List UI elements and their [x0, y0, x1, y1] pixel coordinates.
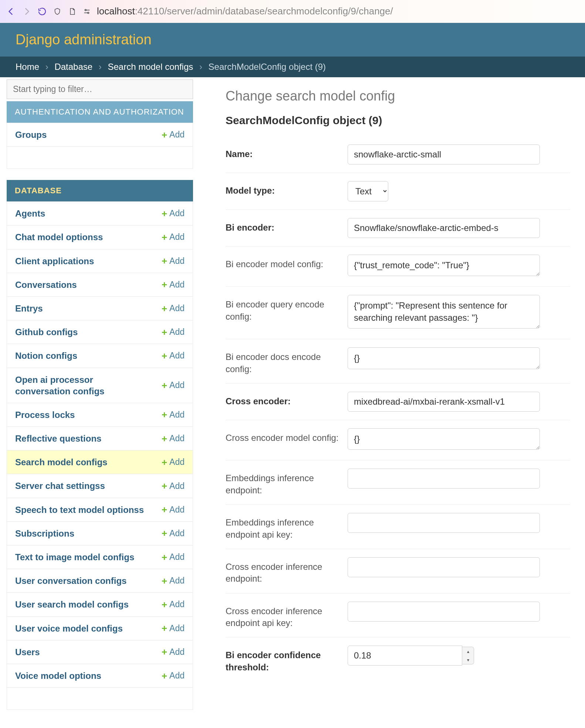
url-text[interactable]: localhost:42110/server/admin/database/se…	[97, 6, 579, 17]
chevron-down-icon[interactable]: ▾	[462, 656, 474, 664]
sidebar-item[interactable]: Groups+Add	[7, 123, 193, 146]
chevron-up-icon[interactable]: ▴	[462, 647, 474, 656]
sidebar-item-add[interactable]: +Add	[162, 433, 185, 443]
sidebar-item-label[interactable]: Text to image model configs	[15, 551, 134, 563]
sidebar-item[interactable]: Users+Add	[7, 640, 193, 664]
sidebar-item[interactable]: Process locks+Add	[7, 403, 193, 426]
sidebar-item-label[interactable]: Reflective questions	[15, 433, 101, 444]
sidebar-item-label[interactable]: User conversation configs	[15, 575, 126, 586]
sidebar-item-label[interactable]: Groups	[15, 129, 47, 140]
breadcrumb-configs[interactable]: Search model configs	[108, 62, 193, 72]
sidebar-item-add[interactable]: +Add	[162, 130, 185, 140]
sidebar-item[interactable]: Server chat settingss+Add	[7, 474, 193, 497]
label-cross-encoder-model-config: Cross encoder model config:	[226, 428, 340, 444]
input-name[interactable]	[348, 144, 540, 164]
section-header-database[interactable]: DATABASE	[7, 180, 193, 201]
sidebar-item[interactable]: Github configs+Add	[7, 320, 193, 344]
sidebar-item-label[interactable]: Process locks	[15, 409, 75, 421]
sidebar-item-add[interactable]: +Add	[162, 327, 185, 337]
textarea-cross-encoder-model-config[interactable]: {}	[348, 428, 540, 450]
input-cross-encoder-inference-endpoint-api-key[interactable]	[348, 602, 540, 622]
sidebar-item[interactable]: Agents+Add	[7, 201, 193, 225]
sidebar-item-add[interactable]: +Add	[162, 208, 185, 218]
sidebar-item-add[interactable]: +Add	[162, 505, 185, 515]
sidebar-item-label[interactable]: Agents	[15, 208, 45, 219]
sidebar-item-add[interactable]: +Add	[162, 647, 185, 657]
sidebar-item-add[interactable]: +Add	[162, 351, 185, 361]
select-model-type[interactable]: Text	[348, 181, 388, 201]
plus-icon: +	[162, 304, 167, 313]
sidebar-filter-input[interactable]	[7, 79, 193, 99]
sidebar-item-add[interactable]: +Add	[162, 528, 185, 538]
sidebar-item-label[interactable]: Open ai processor conversation configs	[15, 374, 145, 397]
sidebar-item-label[interactable]: Users	[15, 646, 40, 658]
sidebar-item[interactable]: Voice model options+Add	[7, 664, 193, 687]
sidebar-item-add[interactable]: +Add	[162, 599, 185, 609]
add-label: Add	[169, 671, 185, 681]
sidebar-item-label[interactable]: Subscriptions	[15, 528, 74, 539]
plus-icon: +	[162, 505, 167, 514]
sidebar-item-label[interactable]: Entrys	[15, 303, 43, 314]
input-bi-encoder[interactable]	[348, 218, 540, 238]
sidebar-item-label[interactable]: User search model configs	[15, 599, 129, 610]
plus-icon: +	[162, 256, 167, 266]
sidebar-item-label[interactable]: Github configs	[15, 326, 78, 338]
sidebar-item-add[interactable]: +Add	[162, 623, 185, 633]
shield-icon[interactable]	[53, 7, 62, 16]
sidebar-item[interactable]: Speech to text model optionss+Add	[7, 498, 193, 521]
sidebar-item-add[interactable]: +Add	[162, 256, 185, 266]
number-stepper[interactable]: ▴▾	[462, 647, 474, 664]
breadcrumb-home[interactable]: Home	[16, 62, 39, 72]
textarea-bi-encoder-model-config[interactable]: {"trust_remote_code": "True"}	[348, 255, 540, 276]
input-bi-encoder-confidence-threshold[interactable]	[348, 646, 462, 666]
sidebar-item-label[interactable]: Search model configs	[15, 456, 107, 468]
sidebar-item[interactable]: User voice model configs+Add	[7, 616, 193, 640]
sidebar-item[interactable]: Entrys+Add	[7, 296, 193, 320]
input-cross-encoder[interactable]	[348, 392, 540, 412]
textarea-bi-encoder-query-encode-config[interactable]: {"prompt": "Represent this sentence for …	[348, 295, 540, 329]
sidebar-item-add[interactable]: +Add	[162, 671, 185, 681]
input-embeddings-inference-endpoint-api-key[interactable]	[348, 513, 540, 533]
sidebar-item-add[interactable]: +Add	[162, 380, 185, 390]
textarea-bi-encoder-docs-encode-config[interactable]: {}	[348, 347, 540, 369]
sidebar-item[interactable]: Open ai processor conversation configs+A…	[7, 368, 193, 403]
reload-icon[interactable]	[37, 6, 47, 17]
page-icon[interactable]	[67, 7, 77, 16]
permissions-icon[interactable]	[82, 7, 92, 16]
sidebar-item-add[interactable]: +Add	[162, 576, 185, 586]
breadcrumb-database[interactable]: Database	[54, 62, 92, 72]
sidebar-item-add[interactable]: +Add	[162, 481, 185, 491]
sidebar-item-label[interactable]: Speech to text model optionss	[15, 504, 144, 516]
sidebar-item-label[interactable]: Voice model options	[15, 670, 101, 681]
sidebar-item-add[interactable]: +Add	[162, 457, 185, 467]
sidebar-item[interactable]: Text to image model configs+Add	[7, 545, 193, 569]
sidebar-item[interactable]: Reflective questions+Add	[7, 426, 193, 450]
sidebar-item-add[interactable]: +Add	[162, 410, 185, 420]
sidebar-item-add[interactable]: +Add	[162, 552, 185, 562]
sidebar-item[interactable]: Subscriptions+Add	[7, 521, 193, 545]
add-label: Add	[169, 457, 185, 467]
plus-icon: +	[162, 232, 167, 242]
sidebar-item[interactable]: Client applications+Add	[7, 249, 193, 273]
sidebar-item-add[interactable]: +Add	[162, 280, 185, 290]
plus-icon: +	[162, 647, 167, 657]
sidebar-item-add[interactable]: +Add	[162, 303, 185, 313]
sidebar-item-label[interactable]: Server chat settingss	[15, 480, 105, 491]
nav-back-icon[interactable]	[6, 6, 16, 17]
sidebar-item[interactable]: Chat model optionss+Add	[7, 225, 193, 249]
sidebar-item[interactable]: User conversation configs+Add	[7, 569, 193, 592]
sidebar-item-add[interactable]: +Add	[162, 232, 185, 242]
sidebar-item-label[interactable]: Notion configs	[15, 350, 77, 361]
sidebar-item-label[interactable]: Client applications	[15, 255, 94, 267]
plus-icon: +	[162, 671, 167, 681]
sidebar-item-label[interactable]: User voice model configs	[15, 623, 123, 634]
input-cross-encoder-inference-endpoint[interactable]	[348, 557, 540, 577]
sidebar-item[interactable]: Conversations+Add	[7, 273, 193, 296]
sidebar-item[interactable]: User search model configs+Add	[7, 592, 193, 616]
label-bi-encoder-model-config: Bi encoder model config:	[226, 255, 340, 270]
sidebar-item-label[interactable]: Chat model optionss	[15, 231, 103, 243]
sidebar-item[interactable]: Search model configs+Add	[7, 450, 193, 474]
sidebar-item[interactable]: Notion configs+Add	[7, 344, 193, 367]
input-embeddings-inference-endpoint[interactable]	[348, 469, 540, 489]
sidebar-item-label[interactable]: Conversations	[15, 279, 77, 290]
